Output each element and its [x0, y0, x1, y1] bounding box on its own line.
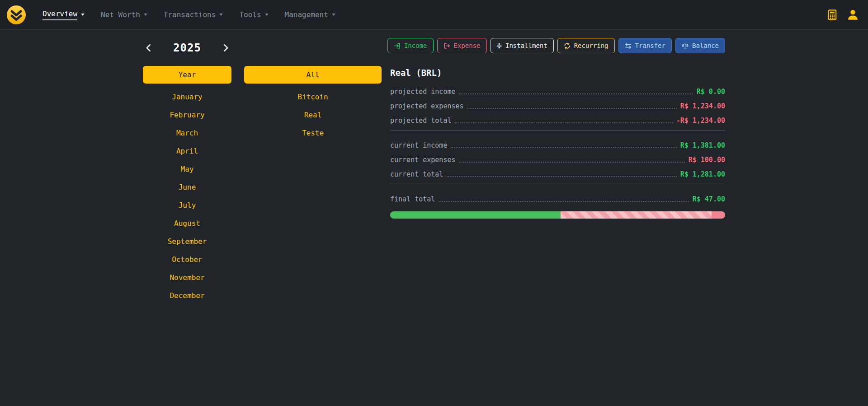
row-label: projected expenses: [390, 102, 464, 111]
account-list: Bitcoin Real Teste: [244, 93, 382, 138]
balance-filter-button[interactable]: Balance: [675, 38, 725, 53]
top-navbar: Overview Net Worth Transactions Tools Ma…: [0, 0, 868, 30]
month-october-link[interactable]: October: [172, 255, 202, 264]
chevron-down-icon: [265, 14, 269, 16]
installment-filter-button[interactable]: ÷ Installment: [491, 38, 554, 53]
transfer-filter-button[interactable]: Transfer: [618, 38, 672, 53]
expense-filter-label: Expense: [454, 42, 481, 49]
summary-row-current-expenses: current expenses R$ 100.00: [390, 150, 725, 165]
month-august-link[interactable]: August: [174, 219, 200, 228]
account-teste-link[interactable]: Teste: [302, 129, 324, 138]
calculator-icon[interactable]: [827, 9, 838, 20]
month-june-link[interactable]: June: [179, 183, 196, 192]
chevron-right-icon: [221, 43, 231, 53]
month-april-link[interactable]: April: [176, 147, 198, 156]
summary-row-projected-total: projected total -R$ 1,234.00: [390, 111, 725, 126]
month-list: January February March April May June Ju…: [143, 93, 231, 300]
transfer-icon: [625, 42, 632, 49]
dotted-leader: [467, 108, 677, 109]
row-label: current income: [390, 141, 447, 150]
summary-rows: projected income R$ 0.00 projected expen…: [390, 82, 725, 204]
expense-icon: [443, 42, 450, 49]
account-bitcoin-link[interactable]: Bitcoin: [297, 93, 328, 102]
nav-net-worth[interactable]: Net Worth: [93, 0, 156, 29]
nav-transactions-label: Transactions: [164, 10, 216, 19]
dotted-leader: [459, 93, 693, 94]
chevron-down-icon: [144, 14, 147, 16]
navbar-actions: [827, 9, 862, 21]
all-accounts-button[interactable]: All: [244, 66, 382, 84]
dotted-leader: [447, 176, 676, 177]
income-filter-button[interactable]: Income: [387, 38, 434, 53]
nav-overview[interactable]: Overview: [34, 0, 93, 29]
month-november-link[interactable]: November: [170, 273, 204, 282]
nav-transactions[interactable]: Transactions: [156, 0, 231, 29]
year-button[interactable]: Year: [143, 66, 231, 84]
row-label: final total: [390, 195, 435, 204]
summary-row-projected-expenses: projected expenses R$ 1,234.00: [390, 97, 725, 111]
row-label: current total: [390, 170, 443, 179]
installment-filter-label: Installment: [505, 42, 547, 49]
budget-progress-bar: [390, 211, 725, 219]
nav-net-worth-label: Net Worth: [101, 10, 140, 19]
logo-icon: [6, 5, 26, 25]
summary-panel: Income Expense ÷ Installment: [390, 38, 725, 300]
recurring-filter-button[interactable]: Recurring: [557, 38, 615, 53]
month-january-link[interactable]: January: [172, 93, 202, 102]
month-may-link[interactable]: May: [181, 165, 194, 174]
chevron-down-icon: [332, 14, 335, 16]
row-label: current expenses: [390, 155, 456, 165]
account-real-link[interactable]: Real: [304, 111, 322, 120]
income-filter-label: Income: [404, 42, 427, 49]
recurring-icon: [564, 42, 571, 49]
row-value: R$ 100.00: [689, 155, 725, 165]
user-icon[interactable]: [847, 9, 859, 21]
year-navigator: 2025: [143, 38, 231, 58]
nav-overview-label: Overview: [42, 9, 77, 20]
month-march-link[interactable]: March: [176, 129, 198, 138]
recurring-filter-label: Recurring: [574, 42, 609, 49]
accounts-column: All Bitcoin Real Teste: [244, 38, 382, 300]
dotted-leader: [451, 147, 676, 148]
row-label: projected total: [390, 116, 451, 126]
month-december-link[interactable]: December: [170, 291, 204, 300]
balance-scale-icon: [682, 42, 689, 49]
progress-striped-segment: [561, 211, 712, 219]
row-label: projected income: [390, 87, 456, 97]
nav-management-label: Management: [285, 10, 328, 19]
nav-tools-label: Tools: [239, 10, 261, 19]
progress-red-segment: [712, 211, 725, 219]
row-value: R$ 1,234.00: [680, 102, 725, 111]
divider: [390, 184, 725, 184]
row-value: R$ 0.00: [697, 87, 725, 97]
transaction-filters: Income Expense ÷ Installment: [390, 38, 725, 53]
row-value: R$ 1,281.00: [680, 170, 725, 179]
row-value: -R$ 1,234.00: [676, 116, 725, 126]
month-september-link[interactable]: September: [168, 237, 207, 246]
nav-management[interactable]: Management: [277, 0, 344, 29]
summary-row-projected-income: projected income R$ 0.00: [390, 82, 725, 97]
expense-filter-button[interactable]: Expense: [437, 38, 487, 53]
division-icon: ÷: [497, 42, 502, 49]
nav-tools[interactable]: Tools: [231, 0, 276, 29]
summary-row-current-income: current income R$ 1,381.00: [390, 136, 725, 150]
row-value: R$ 47.00: [693, 195, 725, 204]
main-content: 2025 Year January February March April M…: [143, 30, 725, 300]
dotted-leader: [455, 122, 672, 123]
dotted-leader: [459, 162, 685, 163]
month-july-link[interactable]: July: [179, 201, 196, 210]
chevron-left-icon: [144, 43, 154, 53]
prev-year-button[interactable]: [143, 42, 155, 54]
chevron-down-icon: [219, 14, 223, 16]
period-account-panel: 2025 Year January February March April M…: [143, 38, 382, 300]
month-february-link[interactable]: February: [170, 111, 204, 120]
months-column: 2025 Year January February March April M…: [143, 38, 231, 300]
app-logo[interactable]: [6, 5, 26, 25]
summary-row-final-total: final total R$ 47.00: [390, 190, 725, 204]
year-label: 2025: [173, 42, 201, 54]
income-icon: [394, 42, 401, 49]
next-year-button[interactable]: [220, 42, 231, 54]
row-value: R$ 1,381.00: [680, 141, 725, 150]
summary-title: Real (BRL): [390, 68, 725, 78]
main-nav: Overview Net Worth Transactions Tools Ma…: [34, 0, 344, 29]
